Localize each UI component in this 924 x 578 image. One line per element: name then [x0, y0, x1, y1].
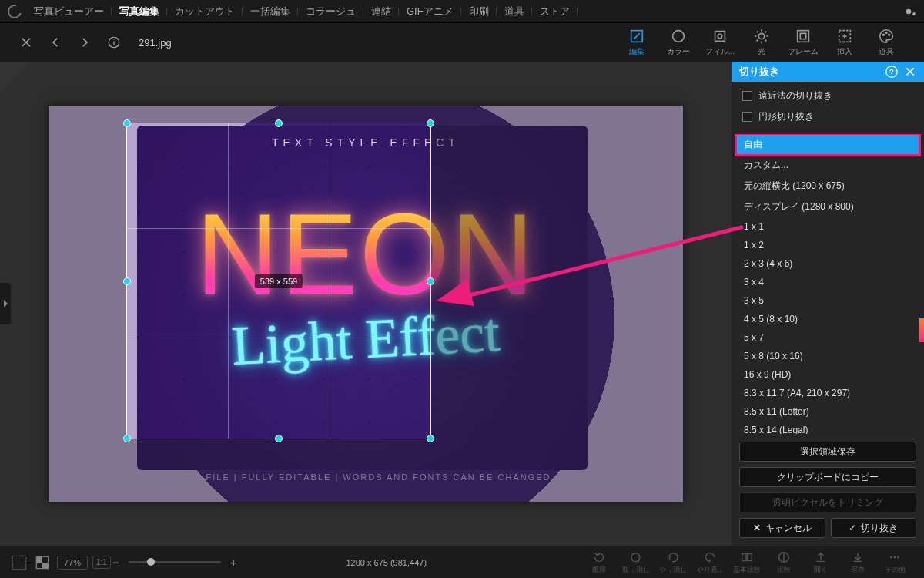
- menu-gif[interactable]: GIFアニメ: [399, 5, 461, 18]
- crop-handle-tr[interactable]: [427, 119, 434, 127]
- svg-point-23: [897, 556, 899, 558]
- filter-icon: [711, 28, 728, 45]
- ratio-item[interactable]: 5 x 8 (10 x 16): [736, 347, 919, 365]
- svg-rect-17: [42, 563, 49, 569]
- footer-more[interactable]: その他: [876, 550, 913, 575]
- footer-compare-basic[interactable]: 基本比較: [728, 550, 765, 575]
- crop-handle-tm[interactable]: [275, 119, 283, 127]
- zoom-in-icon[interactable]: +: [229, 556, 239, 569]
- compare-icon: [740, 550, 754, 564]
- crop-handle-bm[interactable]: [275, 435, 283, 442]
- crop-handle-bl[interactable]: [123, 435, 131, 442]
- ratio-item[interactable]: 4 x 5 (8 x 10): [736, 310, 919, 328]
- ratio-item[interactable]: 8.5 x 11 (Letter): [736, 402, 919, 421]
- zoom-slider[interactable]: [129, 561, 221, 563]
- checker-icon[interactable]: [34, 554, 51, 571]
- crop-handle-br[interactable]: [427, 435, 434, 442]
- canvas-area[interactable]: PRO TEXT STYLE EFFECT NEON Light Effect …: [0, 62, 732, 546]
- footer-revert[interactable]: 復帰: [581, 550, 618, 575]
- open-icon: [814, 550, 828, 564]
- light-icon: [753, 28, 770, 45]
- svg-point-2: [673, 31, 685, 42]
- ratio-item[interactable]: 2 x 3 (4 x 6): [736, 254, 919, 273]
- menu-photo-viewer[interactable]: 写真ビューアー: [26, 5, 112, 18]
- tool-edit[interactable]: 編集: [616, 28, 658, 57]
- footer-save[interactable]: 保存: [839, 550, 876, 575]
- zoom-slider-knob[interactable]: [147, 558, 155, 566]
- tool-light[interactable]: 光: [741, 28, 782, 57]
- ratio-item[interactable]: 元の縦横比 (1200 x 675): [736, 176, 919, 197]
- tool-light-label: 光: [758, 46, 765, 57]
- ratio-item[interactable]: 8.3 x 11.7 (A4, 210 x 297): [736, 384, 919, 402]
- btn-save-selection[interactable]: 選択領域保存: [739, 442, 916, 462]
- crop-selection[interactable]: 539 x 559: [126, 123, 431, 439]
- insert-icon: [836, 28, 853, 45]
- checkbox-perspective[interactable]: 遠近法の切り抜き: [742, 89, 913, 102]
- footer-undo[interactable]: 取り消し: [618, 550, 654, 575]
- panel-close-icon[interactable]: [904, 66, 916, 78]
- tool-filter[interactable]: フィル...: [699, 28, 741, 57]
- btn-cancel[interactable]: ✕キャンセル: [739, 518, 825, 538]
- redo-icon: [666, 550, 680, 564]
- footer-compare[interactable]: 比較: [765, 550, 802, 575]
- menu-photo-edit[interactable]: 写真編集: [112, 5, 167, 18]
- ratio-list[interactable]: 自由 カスタム... 元の縦横比 (1200 x 675) ディスプレイ (12…: [732, 134, 924, 434]
- menu-concat[interactable]: 連結: [363, 5, 399, 18]
- footer-redo[interactable]: やり消し: [654, 550, 691, 575]
- svg-point-21: [890, 556, 892, 558]
- tool-tools[interactable]: 道具: [865, 28, 907, 57]
- crop-panel: 切り抜き ? 遠近法の切り抜き 円形切り抜き 自由 カスタム... 元の縦横比 …: [732, 62, 924, 546]
- gear-icon[interactable]: [901, 4, 916, 19]
- save-icon: [851, 550, 865, 564]
- ratio-item[interactable]: 1 x 1: [736, 217, 919, 236]
- close-icon[interactable]: [17, 33, 35, 52]
- menu-cutout[interactable]: カットアウト: [167, 5, 243, 18]
- svg-point-9: [882, 34, 884, 35]
- footer-open[interactable]: 開く: [802, 550, 839, 575]
- crop-handle-ml[interactable]: [123, 277, 131, 285]
- zoom-1to1[interactable]: 1:1: [92, 556, 111, 569]
- prev-icon[interactable]: [46, 33, 65, 52]
- image-canvas[interactable]: TEXT STYLE EFFECT NEON Light Effect EPS …: [49, 106, 683, 502]
- ratio-item[interactable]: カスタム...: [736, 155, 919, 176]
- ratio-item[interactable]: 8.5 x 14 (Legal): [736, 421, 919, 434]
- tool-color[interactable]: カラー: [658, 28, 699, 57]
- checkbox-perspective-label: 遠近法の切り抜き: [758, 89, 832, 102]
- ratio-item[interactable]: 3 x 5: [736, 291, 919, 310]
- menu-print[interactable]: 印刷: [461, 5, 497, 18]
- tool-frame[interactable]: フレーム: [782, 28, 824, 57]
- x-icon: ✕: [753, 523, 761, 533]
- ratio-item[interactable]: 1 x 2: [736, 236, 919, 254]
- tool-insert[interactable]: 挿入: [824, 28, 865, 57]
- ratio-item[interactable]: 3 x 4: [736, 273, 919, 291]
- btn-copy-clipboard[interactable]: クリップボードにコピー: [739, 467, 916, 487]
- crop-handle-tl[interactable]: [123, 119, 131, 127]
- ratio-item-free[interactable]: 自由: [736, 134, 919, 155]
- filename-label: 291.jpg: [139, 37, 172, 49]
- help-icon[interactable]: ?: [886, 66, 898, 78]
- zoom-out-icon[interactable]: −: [111, 556, 121, 569]
- next-icon[interactable]: [75, 33, 94, 52]
- checkbox-icon: [742, 112, 752, 122]
- btn-crop[interactable]: ✓切り抜き: [831, 518, 917, 538]
- footer-redo2[interactable]: やり直...: [691, 550, 728, 575]
- menu-collage[interactable]: コラージュ: [298, 5, 363, 18]
- zoom-value[interactable]: 77%: [57, 556, 88, 570]
- info-icon[interactable]: [105, 33, 123, 52]
- grid-icon[interactable]: [11, 554, 28, 571]
- crop-handle-mr[interactable]: [427, 277, 434, 285]
- menu-batch[interactable]: 一括編集: [243, 5, 298, 18]
- checkbox-circle[interactable]: 円形切り抜き: [742, 110, 913, 123]
- ratio-item[interactable]: 5 x 7: [736, 328, 919, 347]
- compare2-icon: [777, 550, 791, 564]
- ratio-item[interactable]: 16 x 9 (HD): [736, 365, 919, 384]
- expand-left-tab[interactable]: [0, 283, 11, 324]
- footer-label: やり直...: [697, 565, 724, 575]
- menu-store[interactable]: ストア: [532, 5, 578, 18]
- svg-point-4: [718, 34, 722, 39]
- menu-tools[interactable]: 道具: [497, 5, 532, 18]
- ratio-item[interactable]: ディスプレイ (1280 x 800): [736, 197, 919, 217]
- app-logo-icon: [5, 2, 25, 21]
- right-scrollbar-hint: [919, 62, 924, 546]
- more-icon: [888, 550, 902, 564]
